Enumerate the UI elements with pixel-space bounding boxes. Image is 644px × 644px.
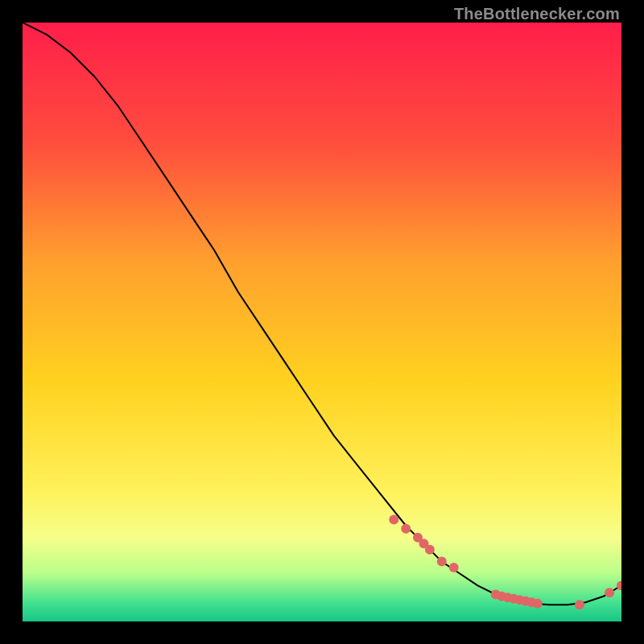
marker-point [605,588,614,597]
chart-svg [23,23,621,621]
marker-point [575,600,584,609]
gradient-rect [23,23,621,621]
plot-area [23,23,621,621]
marker-point [389,515,398,525]
marker-point [533,599,543,609]
marker-point [449,563,459,572]
frame: TheBottlenecker.com [0,0,644,644]
marker-point [401,524,411,534]
watermark-text: TheBottlenecker.com [454,5,620,23]
marker-point [437,557,447,567]
marker-point [425,545,435,555]
